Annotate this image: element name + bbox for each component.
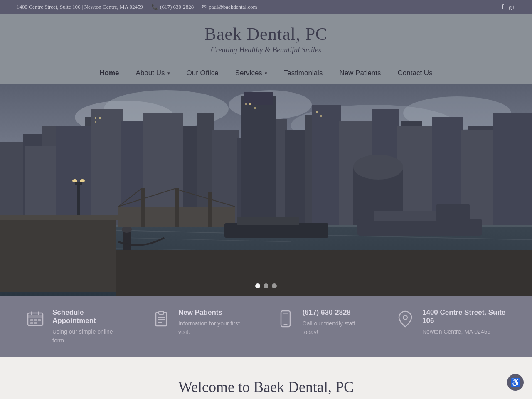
svg-rect-82 <box>28 315 43 318</box>
site-header: Baek Dental, PC Creating Healthy & Beaut… <box>0 14 532 62</box>
svg-rect-89 <box>34 322 37 324</box>
accessibility-icon: ♿ <box>510 377 521 387</box>
nav-about-arrow: ▾ <box>167 71 170 76</box>
svg-rect-30 <box>241 96 276 221</box>
svg-point-53 <box>353 155 403 180</box>
phone-link[interactable]: 📞 (617) 630-2828 <box>151 4 194 10</box>
accessibility-button[interactable]: ♿ <box>507 374 524 391</box>
site-title: Baek Dental, PC <box>8 24 524 44</box>
nav-services-arrow: ▾ <box>265 71 267 76</box>
nav-contact[interactable]: Contact Us <box>389 62 441 84</box>
phone-number[interactable]: (617) 630-2828 <box>303 308 370 317</box>
nav-services[interactable]: Services ▾ <box>227 62 276 84</box>
svg-rect-51 <box>320 115 322 117</box>
svg-rect-85 <box>30 319 33 321</box>
svg-rect-88 <box>30 322 33 324</box>
phone-text: (617) 630-2828 Call our friendly staff t… <box>303 308 370 337</box>
svg-rect-43 <box>493 113 532 225</box>
nav-home-label: Home <box>99 69 119 77</box>
googleplus-link[interactable]: g+ <box>509 4 515 11</box>
schedule-text: Schedule Appointment Using our simple on… <box>52 308 126 345</box>
svg-rect-49 <box>254 107 256 109</box>
address-street: 1400 Centre Street, Suite 106 <box>422 308 507 325</box>
svg-rect-75 <box>357 219 482 236</box>
svg-rect-77 <box>436 204 470 221</box>
facebook-link[interactable]: f <box>502 3 504 11</box>
address-city: Newton Centre, MA 02459 <box>422 328 507 336</box>
top-bar: 1400 Centre Street, Suite 106 | Newton C… <box>0 0 532 14</box>
address-text-block: 1400 Centre Street, Suite 106 Newton Cen… <box>422 308 507 336</box>
info-card-new-patients: New Patients Information for your first … <box>151 308 250 345</box>
svg-rect-71 <box>208 192 212 227</box>
svg-rect-84 <box>38 311 39 315</box>
svg-rect-91 <box>159 311 164 314</box>
svg-rect-19 <box>285 130 308 225</box>
svg-rect-65 <box>0 215 121 220</box>
svg-rect-79 <box>237 217 299 225</box>
svg-rect-37 <box>312 105 341 225</box>
new-patients-text: New Patients Information for your first … <box>178 308 250 337</box>
info-card-schedule: Schedule Appointment Using our simple on… <box>25 308 126 345</box>
nav-new-patients-label: New Patients <box>339 69 381 77</box>
svg-rect-45 <box>99 117 101 119</box>
hero-skyline-svg <box>0 84 532 296</box>
slide-dot-2[interactable] <box>264 283 268 288</box>
schedule-description: Using our simple online form. <box>52 328 126 345</box>
phone-description: Call our friendly staff today! <box>303 319 370 337</box>
svg-point-98 <box>403 315 407 320</box>
main-nav: Home About Us ▾ Our Office Services ▾ Te… <box>0 62 532 84</box>
schedule-title[interactable]: Schedule Appointment <box>52 308 126 325</box>
svg-rect-44 <box>95 117 96 119</box>
map-pin-icon <box>395 308 416 329</box>
nav-about-label: About Us <box>136 69 165 77</box>
nav-new-patients[interactable]: New Patients <box>331 62 389 84</box>
new-patients-description: Information for your first visit. <box>178 319 250 337</box>
svg-rect-47 <box>245 103 247 105</box>
nav-contact-label: Contact Us <box>398 69 433 77</box>
slide-dot-3[interactable] <box>272 283 277 288</box>
address-text: 1400 Centre Street, Suite 106 | Newton C… <box>17 4 143 10</box>
slider-dots <box>255 283 277 288</box>
svg-rect-96 <box>283 324 288 325</box>
hero-image <box>0 84 532 296</box>
info-card-phone: (617) 630-2828 Call our friendly staff t… <box>275 308 370 345</box>
welcome-section: Welcome to Baek Dental, PC General and C… <box>0 357 532 399</box>
svg-rect-34 <box>91 109 123 225</box>
svg-rect-80 <box>116 250 532 296</box>
svg-rect-64 <box>0 217 116 292</box>
nav-office[interactable]: Our Office <box>178 62 227 84</box>
svg-rect-70 <box>175 188 179 227</box>
svg-rect-97 <box>283 313 288 314</box>
svg-rect-48 <box>249 103 251 105</box>
slide-dot-1[interactable] <box>255 283 260 288</box>
svg-rect-69 <box>141 188 145 227</box>
svg-rect-87 <box>38 319 41 321</box>
googleplus-icon: g+ <box>509 4 515 10</box>
phone-icon <box>275 308 296 329</box>
svg-rect-31 <box>244 92 273 105</box>
svg-rect-33 <box>56 126 94 225</box>
nav-home[interactable]: Home <box>91 62 127 84</box>
info-card-address: 1400 Centre Street, Suite 106 Newton Cen… <box>395 308 507 345</box>
hero-section <box>0 84 532 296</box>
svg-point-56 <box>72 179 77 182</box>
svg-rect-46 <box>95 121 96 123</box>
svg-rect-83 <box>31 311 32 315</box>
nav-about[interactable]: About Us ▾ <box>128 62 178 84</box>
nav-services-label: Services <box>235 69 262 77</box>
site-title-text: Baek Dental, PC <box>204 25 328 44</box>
info-section: Schedule Appointment Using our simple on… <box>0 296 532 357</box>
social-links: f g+ <box>502 3 515 11</box>
email-link[interactable]: ✉ paul@baekdental.com <box>202 4 257 10</box>
new-patients-title[interactable]: New Patients <box>178 308 250 317</box>
svg-rect-32 <box>25 146 58 225</box>
contact-info: 1400 Centre Street, Suite 106 | Newton C… <box>17 4 257 10</box>
site-tagline: Creating Healthy & Beautiful Smiles <box>8 46 524 54</box>
svg-point-57 <box>80 179 85 182</box>
nav-testimonials-label: Testimonials <box>284 69 323 77</box>
nav-testimonials[interactable]: Testimonials <box>276 62 331 84</box>
svg-rect-78 <box>224 223 328 238</box>
svg-rect-6 <box>0 142 25 225</box>
welcome-heading: Welcome to Baek Dental, PC <box>17 378 515 396</box>
nav-office-label: Our Office <box>187 69 219 77</box>
